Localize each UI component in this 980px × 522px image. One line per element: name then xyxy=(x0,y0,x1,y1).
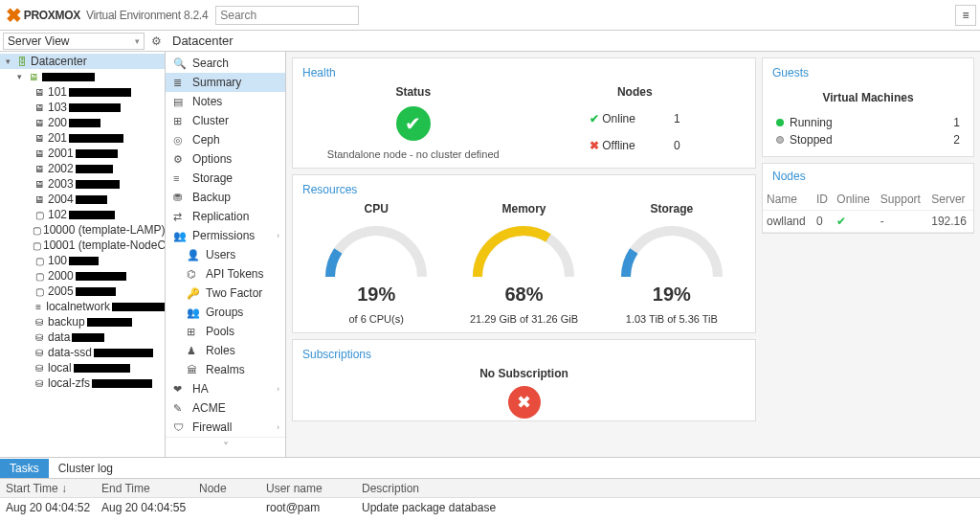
menu-search[interactable]: 🔍Search xyxy=(166,54,285,73)
tree-item[interactable]: 🖥2004 xyxy=(0,192,165,207)
menu-two-factor[interactable]: 🔑Two Factor xyxy=(166,284,285,303)
server-view-dropdown[interactable]: Server View ▾ xyxy=(3,33,145,50)
menu-pools[interactable]: ⊞Pools xyxy=(166,322,285,341)
menu-icon: ◎ xyxy=(173,134,187,147)
tree-item[interactable]: ▢2005 xyxy=(0,284,165,299)
tree-item[interactable]: 🖥2001 xyxy=(0,146,165,161)
menu-collapse-icon[interactable]: ˅ xyxy=(166,437,285,457)
menu-icon: ❤ xyxy=(173,383,187,396)
menu-notes[interactable]: ▤Notes xyxy=(166,92,285,111)
tree-item[interactable]: ▢10000 (template-LAMP) xyxy=(0,222,165,238)
view-toolbar: Server View ▾ ⚙ Datacenter xyxy=(0,31,980,52)
subscription-status: No Subscription xyxy=(302,367,746,380)
menu-icon: ▤ xyxy=(173,96,187,108)
tree-item[interactable]: ▢2000 xyxy=(0,268,165,284)
tree-item[interactable]: 🖥2002 xyxy=(0,161,165,176)
status-ok-icon: ✔ xyxy=(396,106,431,141)
online-count: 1 xyxy=(674,112,680,125)
server-view-label: Server View xyxy=(8,34,69,48)
tree-item[interactable]: 🖥103 xyxy=(0,100,165,115)
vm-icon: 🖥 xyxy=(33,86,46,98)
chevron-down-icon: ▾ xyxy=(135,36,140,46)
tab-cluster-log[interactable]: Cluster log xyxy=(49,459,122,478)
menu-backup[interactable]: ⛃Backup xyxy=(166,188,285,207)
menu-summary[interactable]: ≣Summary xyxy=(166,73,285,92)
ct-icon: ▢ xyxy=(33,239,41,251)
tree-item[interactable]: 🖥2003 xyxy=(0,176,165,192)
tree-item[interactable]: ⛁backup xyxy=(0,314,165,329)
menu-groups[interactable]: 👥Groups xyxy=(166,303,285,322)
menu-icon: ⚙ xyxy=(173,153,187,166)
menu-options[interactable]: ⚙Options xyxy=(166,149,285,169)
log-tabs: Tasks Cluster log xyxy=(0,458,980,479)
brand-product: Virtual Environment 8.2.4 xyxy=(86,8,208,22)
resource-tree: ▾🗄 Datacenter ▾🖥 🖥101🖥103🖥200🖥201🖥2001🖥2… xyxy=(0,52,166,457)
offline-count: 0 xyxy=(674,139,680,152)
log-row[interactable]: Aug 20 04:04:52Aug 20 04:04:55root@pamUp… xyxy=(0,498,980,517)
menu-icon: 🔑 xyxy=(187,287,200,300)
tree-item[interactable]: 🖥101 xyxy=(0,84,165,100)
menu-firewall[interactable]: 🛡Firewall› xyxy=(166,418,285,437)
menu-icon: ⇄ xyxy=(173,211,187,223)
nodes-heading: Nodes xyxy=(524,85,746,99)
health-panel: Health Status ✔ Standalone node - no clu… xyxy=(292,57,756,169)
menu-icon: ⊞ xyxy=(173,115,187,127)
menu-realms[interactable]: 🏛Realms xyxy=(166,360,285,379)
ct-icon: ▢ xyxy=(33,209,46,220)
menu-icon: ⌬ xyxy=(187,268,200,281)
tree-item[interactable]: ⛁local-zfs xyxy=(0,375,165,391)
menu-storage[interactable]: ≡Storage xyxy=(166,169,285,188)
panel-title: Guests xyxy=(772,66,964,79)
ct-icon: ▢ xyxy=(33,224,41,236)
menu-icon: ⛃ xyxy=(173,192,187,204)
top-header: ✖ PROXMOX Virtual Environment 8.2.4 ≡ xyxy=(0,0,980,31)
panel-title: Health xyxy=(302,66,746,79)
menu-cluster[interactable]: ⊞Cluster xyxy=(166,111,285,130)
menu-icon: 🔍 xyxy=(173,57,187,70)
storage-icon: ⛁ xyxy=(33,331,46,343)
menu-icon: ⊞ xyxy=(187,326,200,338)
tree-datacenter[interactable]: ▾🗄 Datacenter xyxy=(0,54,165,69)
nodes-table: Name ID Online Support Server owlland0✔-… xyxy=(763,189,973,233)
menu-replication[interactable]: ⇄Replication xyxy=(166,207,285,226)
guests-panel: Guests Virtual Machines Running 1 Stoppe… xyxy=(762,57,974,157)
vm-icon: 🖥 xyxy=(33,117,46,128)
menu-ha[interactable]: ❤HA› xyxy=(166,379,285,398)
tree-item[interactable]: 🖥201 xyxy=(0,130,165,146)
tree-item[interactable]: ≡localnetwork xyxy=(0,299,165,314)
tree-item[interactable]: ⛁data xyxy=(0,329,165,345)
header-right-button[interactable]: ≡ xyxy=(955,5,976,26)
storage-icon: ⛁ xyxy=(33,316,46,328)
menu-acme[interactable]: ✎ACME xyxy=(166,398,285,418)
menu-icon: ♟ xyxy=(187,345,200,357)
panel-title: Nodes xyxy=(763,170,973,183)
tree-item[interactable]: ▢102 xyxy=(0,207,165,222)
menu-roles[interactable]: ♟Roles xyxy=(166,341,285,360)
content: Health Status ✔ Standalone node - no clu… xyxy=(286,52,980,457)
menu-users[interactable]: 👤Users xyxy=(166,245,285,264)
gauge-storage: Storage19%1.03 TiB of 5.36 TiB xyxy=(598,202,746,325)
tree-item[interactable]: ▢100 xyxy=(0,253,165,268)
tree-item[interactable]: ▢10001 (template-NodeCouchDB) xyxy=(0,238,165,253)
brand-name: PROXMOX xyxy=(24,9,80,22)
log-header: Start Time ↓ End Time Node User name Des… xyxy=(0,479,980,498)
resources-panel: Resources CPU19%of 6 CPU(s)Memory68%21.2… xyxy=(292,174,756,333)
tree-item[interactable]: ⛁local xyxy=(0,360,165,375)
menu-ceph[interactable]: ◎Ceph xyxy=(166,130,285,149)
vm-icon: 🖥 xyxy=(33,178,46,190)
network-icon: ≡ xyxy=(33,301,44,312)
tab-tasks[interactable]: Tasks xyxy=(0,459,49,478)
tree-item[interactable]: ⛁data-ssd xyxy=(0,345,165,360)
search-input[interactable] xyxy=(215,6,359,25)
menu-api-tokens[interactable]: ⌬API Tokens xyxy=(166,264,285,284)
table-row[interactable]: owlland0✔-192.16 xyxy=(763,211,973,233)
menu-permissions[interactable]: 👥Permissions› xyxy=(166,226,285,245)
status-heading: Status xyxy=(302,85,524,99)
gauge-cpu: CPU19%of 6 CPU(s) xyxy=(302,202,450,325)
panel-title: Resources xyxy=(302,183,746,196)
chevron-right-icon: › xyxy=(277,422,279,432)
gear-icon[interactable]: ⚙ xyxy=(147,33,165,50)
tree-node[interactable]: ▾🖥 xyxy=(0,69,165,84)
tree-item[interactable]: 🖥200 xyxy=(0,115,165,130)
menu-icon: ≣ xyxy=(173,77,187,89)
